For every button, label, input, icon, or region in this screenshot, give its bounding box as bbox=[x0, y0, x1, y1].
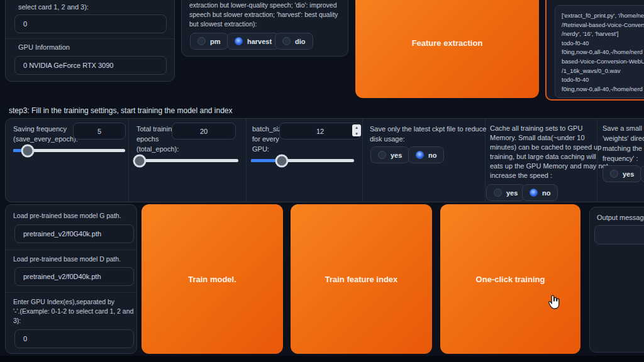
save-latest-label: Save only the latest ckpt file to reduce… bbox=[370, 124, 486, 144]
pretrained-paths-panel: Load pre-trained base model G path. pret… bbox=[5, 204, 137, 354]
extraction-output-panel: ['extract_f0_print.py', '/home/nerd /Ret… bbox=[545, 0, 644, 101]
slider-handle[interactable] bbox=[133, 154, 146, 167]
train-model-button[interactable]: Train model. bbox=[142, 204, 283, 354]
radio-circle-icon bbox=[416, 151, 424, 159]
pretrained-g-label: Load pre-trained base model G path. bbox=[13, 211, 121, 221]
saving-frequency-label: Saving frequency (save_every_epoch): bbox=[13, 124, 78, 144]
number-stepper-icon[interactable]: ▴▾ bbox=[352, 124, 361, 136]
divider bbox=[6, 250, 136, 250]
save-latest-no[interactable]: no bbox=[408, 146, 444, 163]
radio-label: harvest bbox=[247, 38, 272, 45]
gpu-index-input[interactable]: 0 bbox=[14, 329, 134, 348]
radio-label: yes bbox=[623, 170, 634, 178]
output-message-panel: Output message bbox=[589, 207, 644, 353]
total-epochs-input[interactable]: 20 bbox=[172, 123, 236, 140]
cache-gpu-yes[interactable]: yes bbox=[486, 184, 525, 201]
gpu-info-value: 0 NVIDIA GeForce RTX 3090 bbox=[14, 56, 167, 75]
divider bbox=[246, 119, 247, 202]
save-latest-yes[interactable]: yes bbox=[370, 146, 409, 163]
slider-handle[interactable] bbox=[21, 144, 35, 157]
slider-track bbox=[136, 159, 238, 162]
radio-circle-icon bbox=[494, 189, 502, 197]
saving-frequency-slider[interactable] bbox=[13, 144, 125, 157]
saving-frequency-input[interactable]: 5 bbox=[73, 123, 126, 140]
radio-label: pm bbox=[210, 38, 221, 45]
training-settings-row: Saving frequency (save_every_epoch): 5 T… bbox=[5, 118, 644, 202]
radio-label: no bbox=[542, 189, 550, 197]
card-index-input[interactable]: 0 bbox=[14, 14, 167, 33]
feature-extraction-button[interactable]: Feature extraction bbox=[355, 0, 539, 98]
pretrained-d-label: Load pre-trained base model D path. bbox=[13, 255, 121, 264]
save-small-label: Save a small fin 'weights' direct matchi… bbox=[602, 123, 644, 163]
batch-size-slider[interactable] bbox=[251, 154, 354, 167]
slider-handle[interactable] bbox=[275, 154, 289, 167]
radio-pm[interactable]: pm bbox=[190, 33, 228, 50]
pretrained-d-input[interactable]: pretrained_v2/f0D40k.pth bbox=[14, 267, 134, 286]
radio-circle-icon bbox=[378, 151, 386, 159]
divider bbox=[128, 119, 129, 202]
total-epochs-slider[interactable] bbox=[136, 154, 238, 167]
select-card-label: select card 1, 2 and 3): bbox=[18, 2, 89, 12]
radio-label: dio bbox=[295, 38, 306, 45]
pretrained-g-input[interactable]: pretrained_v2/f0G40k.pth bbox=[14, 224, 134, 243]
radio-circle-icon bbox=[235, 37, 243, 45]
radio-circle-icon bbox=[610, 170, 618, 178]
radio-label: no bbox=[428, 151, 436, 159]
train-feature-index-button[interactable]: Train feature index bbox=[291, 204, 432, 354]
radio-harvest[interactable]: harvest bbox=[227, 33, 279, 50]
output-message-label: Output message bbox=[597, 212, 644, 222]
radio-circle-icon bbox=[530, 189, 538, 197]
one-click-training-button[interactable]: One-click training bbox=[440, 204, 580, 354]
f0-method-description: extraction but lower-quality speech; 'di… bbox=[189, 1, 341, 29]
gpu-index-label: Enter GPU Index(es),separated by '-'.(Ex… bbox=[13, 297, 134, 326]
radio-label: yes bbox=[506, 189, 518, 197]
f0-method-panel: extraction but lower-quality speech; 'di… bbox=[181, 0, 348, 57]
gpu-info-label: GPU Information bbox=[18, 42, 70, 52]
extraction-output-textbox[interactable]: ['extract_f0_print.py', '/home/nerd /Ret… bbox=[555, 5, 644, 98]
bottom-strip bbox=[0, 356, 644, 362]
gpu-card-panel: select card 1, 2 and 3): 0 GPU Informati… bbox=[5, 0, 175, 82]
radio-circle-icon bbox=[197, 37, 206, 45]
radio-dio[interactable]: dio bbox=[275, 33, 313, 50]
divider bbox=[6, 292, 136, 293]
divider bbox=[6, 38, 174, 39]
cache-gpu-no[interactable]: no bbox=[522, 184, 558, 201]
radio-label: yes bbox=[391, 151, 402, 159]
mouse-cursor-icon bbox=[546, 294, 562, 312]
output-message-textbox[interactable] bbox=[594, 225, 644, 244]
cache-gpu-label: Cache all training sets to GPU Memory. S… bbox=[490, 124, 608, 180]
save-small-yes[interactable]: yes bbox=[602, 165, 641, 182]
save-small-no-clipped[interactable] bbox=[640, 165, 644, 182]
step3-header: step3: Fill in the training settings, st… bbox=[9, 106, 233, 115]
batch-size-input[interactable]: 12 bbox=[279, 123, 361, 140]
slider-track bbox=[251, 159, 354, 162]
radio-circle-icon bbox=[282, 37, 291, 45]
divider bbox=[362, 119, 363, 202]
extraction-log-text: ['extract_f0_print.py', '/home/nerd /Ret… bbox=[555, 6, 644, 97]
